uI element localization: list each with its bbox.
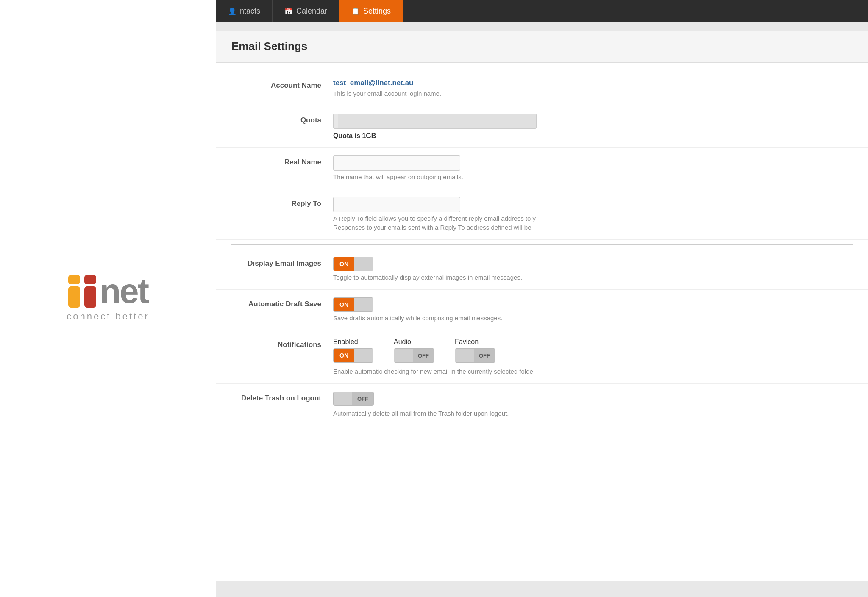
logo-text-net: net [100, 276, 148, 306]
quota-content: Quota is 1GB [333, 114, 853, 140]
notif-enabled-toggle[interactable]: ON [333, 348, 373, 363]
auto-draft-label: Automatic Draft Save [231, 297, 333, 308]
tab-contacts-label: ntacts [240, 7, 260, 16]
contacts-icon: 👤 [228, 7, 236, 15]
real-name-label: Real Name [231, 155, 333, 167]
logo-subtitle: connect better [67, 311, 149, 322]
account-name-value: test_email@iinet.net.au [333, 79, 853, 87]
tab-calendar-label: Calendar [296, 7, 327, 16]
display-images-label: Display Email Images [231, 257, 333, 268]
notif-audio-toggle[interactable]: OFF [394, 348, 434, 363]
notifications-label: Notifications [231, 338, 333, 349]
toggle-off-part [354, 257, 373, 271]
real-name-input[interactable] [333, 155, 460, 171]
notifications-toggles: Enabled ON Audio [333, 338, 853, 363]
notif-enabled-off-part [354, 349, 373, 362]
page-title: Email Settings [231, 40, 853, 53]
display-images-content: ON Toggle to automatically display exter… [333, 257, 853, 282]
calendar-icon: 📅 [284, 7, 293, 15]
reply-to-row: Reply To A Reply To field allows you to … [216, 189, 868, 240]
notif-favicon-item: Favicon OFF [455, 338, 495, 363]
delete-trash-content: OFF Automatically delete all mail from t… [333, 392, 853, 418]
notif-audio-item: Audio OFF [394, 338, 434, 363]
notifications-hint: Enable automatic checking for new email … [333, 367, 853, 376]
delete-trash-hint: Automatically delete all mail from the T… [333, 409, 853, 418]
notif-audio-off-label: OFF [413, 349, 434, 362]
real-name-hint: The name that will appear on outgoing em… [333, 172, 853, 181]
tab-settings-label: Settings [363, 7, 391, 16]
toggle-on-label: ON [334, 257, 354, 271]
auto-draft-row: Automatic Draft Save ON Save drafts auto… [216, 290, 868, 330]
reply-to-content: A Reply To field allows you to specify a… [333, 197, 853, 232]
logo-stem-red [84, 286, 96, 308]
auto-draft-toggle[interactable]: ON [333, 297, 373, 312]
notif-audio-label: Audio [394, 338, 434, 346]
delete-trash-row: Delete Trash on Logout OFF Automatically… [216, 384, 868, 425]
notif-favicon-label: Favicon [455, 338, 495, 346]
logo-dot-orange [68, 275, 80, 284]
left-panel: net connect better [0, 0, 216, 597]
logo: net connect better [67, 275, 149, 322]
settings-header: Email Settings [216, 31, 868, 63]
auto-draft-toggle-off-part [354, 298, 373, 311]
account-name-row: Account Name test_email@iinet.net.au Thi… [216, 71, 868, 106]
right-panel: 👤 ntacts 📅 Calendar 📋 Settings Email Set… [216, 0, 868, 597]
notif-favicon-on-part [455, 349, 474, 362]
section-divider [231, 244, 853, 245]
tab-settings[interactable]: 📋 Settings [339, 0, 403, 22]
auto-draft-toggle-on: ON [334, 298, 354, 311]
reply-to-label: Reply To [231, 197, 333, 208]
logo-dot-red [84, 275, 96, 284]
quota-text: Quota is 1GB [333, 132, 853, 140]
display-images-row: Display Email Images ON Toggle to automa… [216, 249, 868, 290]
account-name-hint: This is your email account login name. [333, 89, 853, 98]
auto-draft-hint: Save drafts automatically while composin… [333, 314, 853, 322]
tab-contacts[interactable]: 👤 ntacts [216, 0, 273, 22]
notif-enabled-on: ON [334, 349, 354, 362]
real-name-content: The name that will appear on outgoing em… [333, 155, 853, 181]
top-nav: 👤 ntacts 📅 Calendar 📋 Settings [216, 0, 868, 22]
quota-row: Quota Quota is 1GB [216, 106, 868, 148]
delete-trash-off-label: OFF [352, 392, 373, 405]
tab-calendar[interactable]: 📅 Calendar [273, 0, 339, 22]
settings-icon: 📋 [351, 7, 360, 15]
notif-favicon-off-label: OFF [474, 349, 495, 362]
notif-enabled-item: Enabled ON [333, 338, 373, 363]
notif-audio-on-part [394, 349, 413, 362]
notifications-row: Notifications Enabled ON [216, 330, 868, 384]
content-area: Email Settings Account Name test_email@i… [216, 22, 868, 597]
delete-trash-label: Delete Trash on Logout [231, 392, 333, 403]
auto-draft-content: ON Save drafts automatically while compo… [333, 297, 853, 322]
delete-trash-on-part [334, 392, 352, 405]
quota-bar [333, 114, 537, 129]
display-images-toggle[interactable]: ON [333, 257, 373, 271]
reply-to-input[interactable] [333, 197, 460, 212]
settings-body: Account Name test_email@iinet.net.au Thi… [216, 63, 868, 434]
delete-trash-toggle[interactable]: OFF [333, 392, 374, 406]
quota-bar-fill [334, 114, 338, 128]
display-images-hint: Toggle to automatically display external… [333, 273, 853, 282]
reply-to-hint: A Reply To field allows you to specify a… [333, 214, 853, 232]
logo-stem-orange [68, 286, 80, 308]
settings-panel: Email Settings Account Name test_email@i… [216, 31, 868, 581]
notifications-content: Enabled ON Audio [333, 338, 853, 376]
quota-label: Quota [231, 114, 333, 125]
real-name-row: Real Name The name that will appear on o… [216, 148, 868, 189]
notif-favicon-toggle[interactable]: OFF [455, 348, 495, 363]
account-name-content: test_email@iinet.net.au This is your ema… [333, 79, 853, 98]
account-name-label: Account Name [231, 79, 333, 90]
notif-enabled-label: Enabled [333, 338, 373, 346]
